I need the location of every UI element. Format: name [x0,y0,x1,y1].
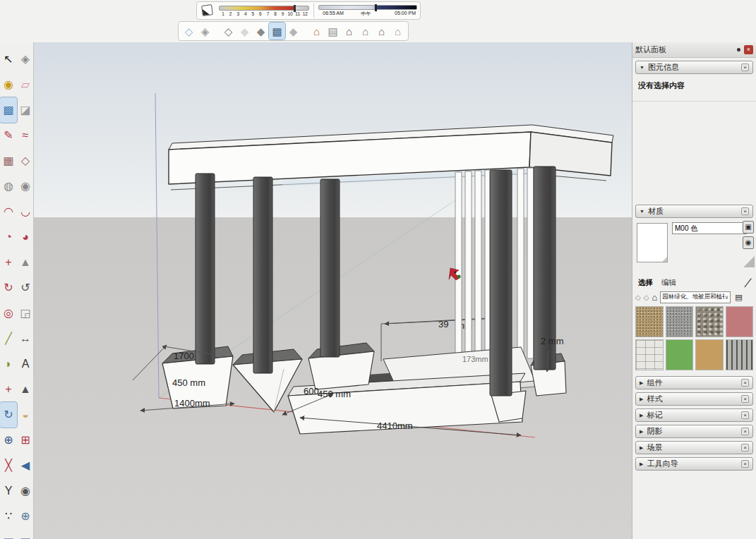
pin-icon[interactable] [737,48,740,52]
extra-tool-1[interactable]: ▣ [0,529,17,539]
shaded-textures-style-button[interactable]: ▩ [269,23,285,40]
previous-view-tool[interactable]: ◀ [17,453,34,478]
swatch-sand-tan[interactable] [695,339,724,370]
tray-section-header[interactable]: ▶ 样式 × [635,392,753,406]
create-material-button[interactable]: ▣ [743,221,754,234]
tray-section-close-button[interactable]: × [741,379,749,387]
top-view-button[interactable]: ▤ [325,23,341,40]
home-icon[interactable]: ⌂ [652,292,657,303]
move-tool[interactable]: + [0,250,17,275]
swatch-metal-fence[interactable] [726,339,754,370]
tray-close-button[interactable]: × [744,45,753,54]
three-point-arc-tool[interactable]: ◔ [0,224,17,250]
front-view-button[interactable]: ⌂ [341,23,357,40]
entity-info-close-button[interactable]: × [741,63,749,71]
shadow-dialog-button[interactable] [200,4,215,18]
tab-edit[interactable]: 编辑 [661,278,676,288]
look-around-tool[interactable]: ◉ [17,478,34,504]
material-name-input[interactable] [672,222,747,234]
shaded-style-button[interactable]: ◆ [253,23,269,40]
tray-section-close-button[interactable]: × [741,460,749,468]
zoom-tool[interactable]: ⊕ [0,428,17,453]
eyedropper-icon[interactable]: ╱ [745,277,752,288]
follow-me-tool[interactable]: ↺ [17,275,34,301]
column-4[interactable] [490,170,512,396]
tape-measure-tool[interactable]: ╱ [0,326,17,351]
offset-tool[interactable]: ◎ [0,301,17,326]
time-slider-track[interactable] [318,5,417,10]
baluster[interactable] [475,171,481,363]
tray-section-close-button[interactable]: × [741,428,749,435]
component-tool[interactable]: ◈ [17,47,34,72]
walk-tool[interactable]: ∵ [0,504,17,529]
swatch-gravel-brown[interactable] [635,306,664,337]
extra-tool-2[interactable]: ▣ [17,529,34,539]
freehand-tool[interactable]: ≈ [17,123,34,148]
back-edges-style-button[interactable]: ◈ [197,23,213,40]
tray-section-close-button[interactable]: × [741,411,749,419]
rectangle-tool[interactable]: ▦ [0,148,17,174]
xray-style-button[interactable]: ◇ [181,23,197,40]
materials-close-button[interactable]: × [741,207,749,215]
sample-paint-button[interactable]: ◉ [743,236,754,249]
zoom-extents-tool[interactable]: ╳ [0,453,17,478]
protractor-tool[interactable]: ◗ [0,351,17,377]
swatch-gravel-gray[interactable] [666,306,694,337]
tray-section-close-button[interactable]: × [741,444,749,452]
pan-tool[interactable]: ◒ [17,402,34,428]
flat-shape-tool[interactable]: ◪ [17,97,34,123]
tab-select[interactable]: 选择 [638,278,653,288]
back-icon[interactable]: ◇ [635,293,641,301]
material-preview-swatch[interactable] [637,223,668,262]
push-pull-tool[interactable]: ▲ [17,250,34,275]
polygon-tool[interactable]: ◉ [17,174,34,199]
model-viewport[interactable]: 39 mm 500 mm [34,42,632,539]
line-tool[interactable]: ✎ [0,123,17,148]
rotated-rectangle-tool[interactable]: ◇ [17,148,34,174]
baluster[interactable] [465,171,472,362]
paint-bucket-tool[interactable]: ◉ [0,72,17,97]
details-icon[interactable]: ▤ [735,293,742,302]
model-canvas[interactable]: 39 mm 500 mm [34,42,632,539]
monochrome-style-button[interactable]: ◆ [285,23,301,40]
3d-text-tool[interactable]: ▲ [17,377,34,402]
tray-section-header[interactable]: ▶ 标记 × [635,408,753,422]
tray-section-header[interactable]: ▶ 场景 × [635,441,753,454]
right-view-button[interactable]: ⌂ [357,23,373,40]
eraser-tool[interactable]: ▱ [17,72,34,97]
baluster[interactable] [517,169,524,361]
shaded-box-tool[interactable]: ▩ [0,97,17,123]
baluster[interactable] [527,168,534,358]
position-camera-tool[interactable]: Y [0,478,17,504]
swatch-grass-green[interactable] [666,339,694,370]
left-view-button[interactable]: ⌂ [390,23,406,40]
column-3[interactable] [320,179,340,357]
two-point-arc-tool[interactable]: ◡ [17,199,34,224]
back-view-button[interactable]: ⌂ [373,23,390,40]
wireframe-style-button[interactable]: ◇ [220,23,236,40]
scale-tool[interactable]: ◲ [17,301,34,326]
zoom-window-tool[interactable]: ⊞ [17,428,34,453]
swatch-pebbles[interactable] [695,306,724,337]
hidden-line-style-button[interactable]: ◆ [236,23,253,40]
column-1[interactable] [196,174,215,364]
orbit-tool[interactable]: ↻ [0,402,17,428]
shadow-time-slider[interactable]: 06:55 AM 中午 05:00 PM [318,5,417,17]
section-plane-tool[interactable]: ⊕ [17,504,34,529]
swatch-brick-red[interactable] [726,306,754,337]
footing-3-front[interactable] [308,351,374,389]
collection-dropdown[interactable]: 园林绿化、地被层和植被 ∨ [660,291,731,303]
tray-section-header[interactable]: ▶ 组件 × [635,376,753,389]
pie-tool[interactable]: ◕ [17,224,34,250]
rotate-tool[interactable]: ↻ [0,275,17,301]
tray-title-bar[interactable]: 默认面板 × [632,42,756,58]
text-tool[interactable]: A [17,351,34,377]
shadow-date-slider[interactable]: 123456789101112 [219,6,309,16]
select-tool[interactable]: ↖ [0,47,17,72]
forward-icon[interactable]: ◇ [644,293,649,301]
axes-tool[interactable]: + [0,377,17,402]
entity-info-header[interactable]: ▼ 图元信息 × [635,61,753,74]
date-slider-track[interactable] [219,6,309,11]
dimension-tool[interactable]: ↔ [17,326,34,351]
circle-tool[interactable]: ◍ [0,174,17,199]
